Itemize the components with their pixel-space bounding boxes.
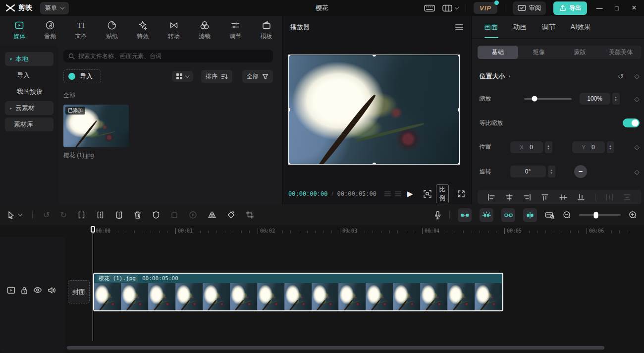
split-left-delete-button[interactable] (96, 211, 105, 219)
select-tool-button[interactable] (7, 211, 22, 220)
split-button[interactable] (77, 211, 86, 219)
tab-transitions[interactable]: 转场 (159, 16, 189, 45)
tab-effects[interactable]: 特效 (127, 16, 158, 45)
minimize-button[interactable]: — (594, 4, 604, 12)
snap-toggle-button[interactable] (458, 208, 472, 222)
scale-stepper[interactable]: ▲▼ (612, 93, 620, 105)
tab-media[interactable]: 媒体 (4, 16, 35, 45)
align-middle-vertical-icon[interactable] (559, 194, 567, 201)
link-toggle-button[interactable] (501, 208, 515, 222)
sidebar-item-presets[interactable]: 我的预设 (5, 85, 54, 99)
preview-axis-toggle-button[interactable] (523, 208, 537, 222)
preview-image[interactable]: ↺ (288, 55, 460, 165)
keyframe-diamond-icon[interactable]: ◇ (635, 95, 640, 103)
tab-text[interactable]: TI 文本 (66, 16, 97, 45)
redo-button[interactable]: ↻ (60, 210, 66, 220)
reset-icon[interactable]: ↺ (618, 72, 624, 80)
tab-ai-effects[interactable]: AI效果 (571, 16, 591, 38)
play-button[interactable]: ▶ (407, 189, 413, 198)
timeline-clip[interactable]: 樱花 (1).jpg 00:00:05:00 (93, 273, 503, 311)
mirror-button[interactable] (208, 211, 216, 219)
menu-button[interactable]: 菜单 (40, 2, 69, 14)
keyframe-diamond-icon[interactable]: ◇ (635, 143, 640, 151)
import-media-button[interactable]: 导入 (63, 69, 101, 83)
mask-button[interactable] (152, 211, 160, 219)
tab-filters[interactable]: 滤镜 (189, 16, 220, 45)
position-x-input[interactable]: X 0 (510, 141, 543, 153)
align-left-icon[interactable] (487, 194, 495, 201)
selection-handle[interactable] (288, 55, 290, 57)
slider-knob[interactable] (532, 96, 537, 102)
view-mode-button[interactable] (172, 71, 193, 82)
lock-track-icon[interactable] (21, 287, 28, 294)
export-button[interactable]: 导出 (553, 1, 587, 15)
subtab-beauty[interactable]: 美颜美体 (600, 46, 642, 59)
section-title-position-size[interactable]: 位置大小 (480, 72, 505, 81)
distribute-horizontal-icon[interactable] (605, 194, 613, 201)
slider-knob[interactable] (593, 212, 598, 218)
fullscreen-icon[interactable] (457, 190, 465, 198)
align-bottom-icon[interactable] (577, 194, 585, 201)
position-y-input[interactable]: Y 0 (572, 141, 605, 153)
media-item-thumbnail[interactable]: 已添加 (63, 105, 129, 147)
scale-value-input[interactable]: 100% (580, 93, 610, 105)
collapse-caret-icon[interactable]: ▴ (509, 74, 511, 78)
sidebar-item-cloud[interactable]: ▸ 云素材 (5, 101, 54, 115)
sidebar-item-local[interactable]: ▾ 本地 (5, 52, 54, 66)
delete-button[interactable] (134, 211, 142, 219)
aspect-ratio-button[interactable]: 比例 (436, 184, 449, 203)
subtab-mask[interactable]: 蒙版 (559, 46, 600, 59)
tab-picture[interactable]: 画面 (484, 16, 498, 38)
tab-templates[interactable]: 模板 (251, 16, 282, 45)
selection-handle[interactable] (288, 163, 290, 165)
align-top-icon[interactable] (541, 194, 549, 201)
timeline-view-options-icon[interactable] (545, 211, 555, 219)
timeline-tracks[interactable]: 封面 樱花 (1).jpg 00:00:05:00 (0, 237, 644, 353)
zoom-in-icon[interactable] (629, 211, 637, 219)
close-button[interactable]: × (629, 3, 639, 12)
vip-button[interactable]: VIP (474, 2, 497, 14)
tab-audio[interactable]: 音频 (35, 16, 65, 45)
sort-button[interactable]: 排序 (201, 70, 232, 83)
position-y-stepper[interactable]: ▲▼ (607, 141, 614, 153)
zoom-out-icon[interactable] (563, 211, 571, 219)
mute-track-icon[interactable] (48, 287, 56, 294)
scale-slider[interactable] (524, 98, 572, 100)
record-voiceover-icon[interactable] (434, 211, 441, 220)
rotate-value-input[interactable]: 0° (510, 166, 546, 177)
subtab-cutout[interactable]: 抠像 (518, 46, 559, 59)
review-button[interactable]: 审阅 (513, 1, 546, 15)
rotate-dial[interactable] (574, 165, 587, 178)
selection-handle[interactable] (373, 163, 376, 165)
selection-handle[interactable] (458, 163, 460, 165)
horizontal-scrollbar[interactable] (67, 346, 604, 350)
tab-sticker[interactable]: 贴纸 (97, 16, 127, 45)
maximize-button[interactable]: □ (612, 4, 622, 12)
sidebar-item-library[interactable]: 素材库 (5, 118, 54, 131)
selection-handle[interactable] (458, 55, 460, 57)
subtab-basic[interactable]: 基础 (478, 46, 519, 59)
player-menu-icon[interactable] (455, 24, 463, 30)
search-bar[interactable] (63, 50, 273, 62)
overlay-button[interactable] (170, 211, 178, 219)
align-right-icon[interactable] (523, 194, 531, 201)
rotate-stepper[interactable]: ▲▼ (548, 166, 555, 177)
selection-handle[interactable] (288, 108, 290, 112)
sidebar-item-import[interactable]: 导入 (5, 68, 54, 82)
tab-adjust[interactable]: 调节 (220, 16, 251, 45)
undo-button[interactable]: ↺ (43, 210, 50, 220)
filter-button[interactable]: 全部 (242, 70, 273, 83)
auto-ripple-toggle-button[interactable] (480, 208, 493, 222)
preview-quality-icon[interactable] (423, 189, 432, 198)
layout-switch-button[interactable] (442, 4, 458, 12)
tab-animation[interactable]: 动画 (513, 16, 527, 38)
keyframe-diamond-icon[interactable]: ◇ (635, 168, 640, 176)
timeline-zoom-slider[interactable] (579, 214, 621, 216)
uniform-scale-toggle[interactable] (623, 118, 640, 127)
shortcut-keyboard-icon[interactable] (424, 4, 435, 12)
freeze-frame-button[interactable] (189, 211, 197, 219)
timeline-ruler[interactable]: 00:00 00:01 00:02 00:03 00:04 00:05 00:0… (0, 226, 644, 237)
split-right-delete-button[interactable] (115, 211, 123, 219)
toggle-visibility-icon[interactable] (33, 287, 42, 294)
selection-handle[interactable] (458, 108, 460, 112)
